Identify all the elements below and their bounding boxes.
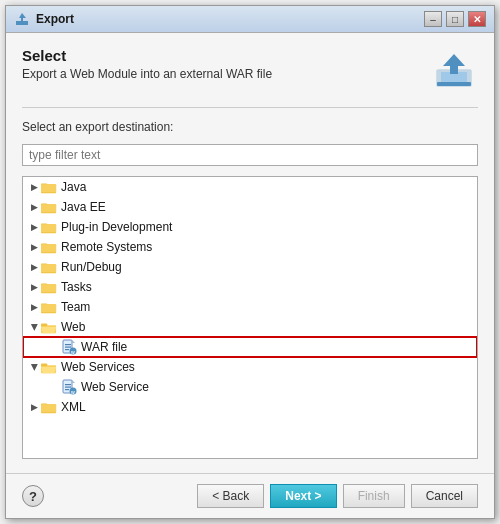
list-item[interactable]: XML — [23, 397, 477, 417]
header-section: Select Export a Web Module into an exter… — [22, 47, 478, 95]
svg-rect-50 — [41, 404, 56, 412]
svg-rect-9 — [41, 184, 56, 192]
expand-arrow-tasks[interactable] — [27, 280, 41, 294]
open-folder-icon-ws — [41, 360, 57, 374]
next-button[interactable]: Next > — [270, 484, 336, 508]
dialog-footer: ? < Back Next > Finish Cancel — [6, 473, 494, 518]
minimize-button[interactable]: – — [424, 11, 442, 27]
svg-rect-39 — [41, 363, 47, 366]
tree-container[interactable]: Java Java EE Plug-in D — [22, 176, 478, 459]
list-item[interactable]: Web Services — [23, 357, 477, 377]
page-description: Export a Web Module into an external WAR… — [22, 67, 272, 81]
expand-arrow-rundebug[interactable] — [27, 260, 41, 274]
item-label-warfile: WAR file — [81, 340, 127, 354]
svg-rect-0 — [16, 21, 28, 25]
expand-arrow-webservices[interactable] — [27, 360, 41, 374]
title-bar: Export – □ ✕ — [6, 6, 494, 33]
folder-icon — [41, 300, 57, 314]
help-button[interactable]: ? — [22, 485, 44, 507]
folder-icon — [41, 280, 57, 294]
item-label-rundebug: Run/Debug — [61, 260, 122, 274]
page-title: Select — [22, 47, 272, 64]
item-label-java: Java — [61, 180, 86, 194]
expand-arrow-plugin[interactable] — [27, 220, 41, 234]
svg-rect-18 — [41, 244, 56, 252]
title-bar-left: Export — [14, 11, 74, 27]
war-file-item[interactable]: W WAR file — [23, 337, 477, 357]
svg-text:W: W — [71, 350, 75, 355]
back-button[interactable]: < Back — [197, 484, 264, 508]
expand-arrow-javaee[interactable] — [27, 200, 41, 214]
item-label-team: Team — [61, 300, 90, 314]
folder-icon — [41, 260, 57, 274]
item-label-webservices: Web Services — [61, 360, 135, 374]
svg-marker-30 — [41, 327, 56, 333]
open-folder-icon — [41, 320, 57, 334]
expand-arrow-java[interactable] — [27, 180, 41, 194]
svg-rect-45 — [65, 389, 69, 390]
svg-rect-24 — [41, 284, 56, 292]
folder-icon — [41, 200, 57, 214]
divider — [22, 107, 478, 108]
list-item[interactable]: Java — [23, 177, 477, 197]
list-item[interactable]: Java EE — [23, 197, 477, 217]
list-item[interactable]: Plug-in Development — [23, 217, 477, 237]
item-label-tasks: Tasks — [61, 280, 92, 294]
item-label-plugin: Plug-in Development — [61, 220, 172, 234]
svg-rect-12 — [41, 204, 56, 212]
close-button[interactable]: ✕ — [468, 11, 486, 27]
dialog-content: Select Export a Web Module into an exter… — [6, 33, 494, 473]
svg-rect-33 — [65, 344, 71, 345]
svg-rect-44 — [65, 387, 71, 388]
svg-marker-42 — [72, 380, 75, 383]
export-svg-icon — [433, 50, 475, 92]
maximize-button[interactable]: □ — [446, 11, 464, 27]
list-item[interactable]: Team — [23, 297, 477, 317]
destination-label: Select an export destination: — [22, 120, 478, 134]
item-label-xml: XML — [61, 400, 86, 414]
expand-arrow-web[interactable] — [27, 320, 41, 334]
svg-rect-27 — [41, 304, 56, 312]
war-file-icon: W — [61, 339, 77, 355]
dialog-title-icon — [14, 11, 30, 27]
svg-rect-21 — [41, 264, 56, 272]
dialog-title: Export — [36, 12, 74, 26]
item-label-remote: Remote Systems — [61, 240, 152, 254]
folder-icon-xml — [41, 400, 57, 414]
expand-arrow-remote[interactable] — [27, 240, 41, 254]
footer-buttons: < Back Next > Finish Cancel — [197, 484, 478, 508]
export-dialog: Export – □ ✕ Select Export a Web Module … — [5, 5, 495, 519]
svg-rect-43 — [65, 384, 71, 385]
list-item[interactable]: Tasks — [23, 277, 477, 297]
expand-arrow-team[interactable] — [27, 300, 41, 314]
list-item[interactable]: Web — [23, 317, 477, 337]
svg-rect-2 — [21, 17, 23, 21]
svg-marker-32 — [72, 340, 75, 343]
list-item[interactable]: W Web Service — [23, 377, 477, 397]
item-label-webservice: Web Service — [81, 380, 149, 394]
svg-rect-34 — [65, 347, 71, 348]
title-controls: – □ ✕ — [424, 11, 486, 27]
export-icon — [430, 47, 478, 95]
cancel-button[interactable]: Cancel — [411, 484, 478, 508]
svg-rect-15 — [41, 224, 56, 232]
folder-icon — [41, 180, 57, 194]
folder-icon — [41, 240, 57, 254]
svg-rect-29 — [41, 323, 47, 326]
svg-text:W: W — [71, 390, 75, 395]
web-service-icon: W — [61, 379, 77, 395]
filter-input[interactable] — [22, 144, 478, 166]
expand-arrow-xml[interactable] — [27, 400, 41, 414]
folder-icon — [41, 220, 57, 234]
header-text: Select Export a Web Module into an exter… — [22, 47, 272, 81]
item-label-javaee: Java EE — [61, 200, 106, 214]
list-item[interactable]: Remote Systems — [23, 237, 477, 257]
svg-rect-6 — [437, 82, 471, 86]
item-label-web: Web — [61, 320, 85, 334]
svg-rect-35 — [65, 349, 69, 350]
list-item[interactable]: Run/Debug — [23, 257, 477, 277]
finish-button[interactable]: Finish — [343, 484, 405, 508]
svg-marker-40 — [41, 367, 56, 373]
